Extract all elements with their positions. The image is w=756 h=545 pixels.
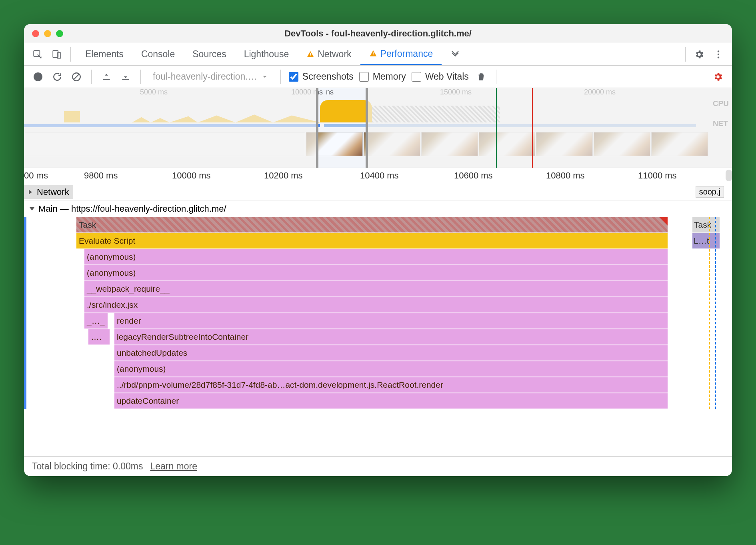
flame-prefix[interactable]: ….: [88, 329, 110, 345]
main-label: Main — https://foul-heavenly-direction.g…: [38, 204, 226, 214]
long-task-icon: [660, 217, 668, 225]
save-profile-icon[interactable]: [119, 69, 132, 85]
capture-settings-icon[interactable]: [711, 69, 725, 85]
titlebar: DevTools - foul-heavenly-direction.glitc…: [24, 24, 732, 43]
flame-fn[interactable]: ../rbd/pnpm-volume/28d7f85f-31d7-4fd8-ab…: [114, 377, 668, 393]
ruler-tick: 11000 ms: [638, 170, 677, 181]
dashed-marker: [709, 217, 710, 409]
flame-evaluate[interactable]: Evaluate Script: [76, 233, 668, 249]
tabs-overflow-icon[interactable]: [442, 43, 469, 65]
network-label: Network: [37, 187, 69, 197]
tab-sources[interactable]: Sources: [184, 43, 235, 65]
memory-input[interactable]: [359, 72, 369, 82]
settings-icon[interactable]: [691, 46, 707, 62]
ruler-tick: 10400 ms: [360, 170, 399, 181]
overview-selection[interactable]: [316, 88, 368, 168]
inspect-icon[interactable]: [30, 46, 46, 62]
flame-fn[interactable]: (anonymous): [114, 361, 668, 377]
marker-green: [496, 88, 497, 168]
load-profile-icon[interactable]: [100, 69, 113, 85]
panel-tabs: Elements Console Sources Lighthouse Netw…: [24, 43, 732, 66]
ruler-tick: 10000 ms: [172, 170, 211, 181]
tbt-text: Total blocking time: 0.00ms: [32, 461, 143, 472]
flame-fn[interactable]: legacyRenderSubtreeIntoContainer: [114, 329, 668, 345]
screenshots-checkbox[interactable]: Screenshots: [289, 71, 354, 82]
record-button[interactable]: [31, 69, 45, 85]
flame-fn[interactable]: unbatchedUpdates: [114, 345, 668, 361]
window-controls: [32, 30, 63, 37]
warning-icon: [306, 50, 314, 58]
webvitals-checkbox[interactable]: Web Vitals: [412, 71, 469, 82]
flame-chart[interactable]: Task Task Evaluate Script L…t (anonymous…: [24, 217, 732, 409]
devtools-window: DevTools - foul-heavenly-direction.glitc…: [24, 24, 732, 476]
perf-toolbar: foul-heavenly-direction.… Screenshots Me…: [24, 66, 732, 88]
kebab-menu-icon[interactable]: [710, 46, 726, 62]
flame-fn[interactable]: updateContainer: [114, 393, 668, 409]
network-track[interactable]: Network soop.j: [24, 183, 732, 201]
flame-task[interactable]: Task: [76, 217, 668, 233]
separator: [496, 70, 496, 84]
flame-fn[interactable]: (anonymous): [84, 249, 668, 265]
timeline-overview[interactable]: 5000 ms 10000 ms ns 15000 ms 20000 ms CP…: [24, 88, 732, 168]
ruler-tick: 10800 ms: [546, 170, 585, 181]
svg-rect-3: [310, 53, 311, 55]
zoom-button[interactable]: [56, 30, 63, 37]
scrollbar[interactable]: [726, 170, 732, 181]
separator: [280, 70, 281, 84]
tab-lighthouse[interactable]: Lighthouse: [235, 43, 298, 65]
network-item[interactable]: soop.j: [696, 186, 724, 198]
separator: [685, 47, 686, 62]
flame-fn[interactable]: ./src/index.jsx: [84, 297, 668, 313]
dashed-marker: [715, 217, 716, 409]
chevron-down-icon: [261, 73, 268, 80]
learn-more-link[interactable]: Learn more: [150, 461, 197, 472]
svg-point-8: [718, 53, 719, 55]
minimize-button[interactable]: [44, 30, 51, 37]
flame-prefix[interactable]: _…_: [84, 313, 108, 329]
clear-button[interactable]: [70, 69, 83, 85]
svg-rect-6: [373, 55, 374, 56]
tab-console[interactable]: Console: [132, 43, 184, 65]
svg-point-9: [718, 56, 719, 58]
blue-marker: [24, 217, 26, 409]
memory-checkbox[interactable]: Memory: [359, 71, 406, 82]
tab-elements[interactable]: Elements: [76, 43, 132, 65]
main-track-header[interactable]: Main — https://foul-heavenly-direction.g…: [24, 201, 732, 217]
profile-dropdown[interactable]: foul-heavenly-direction.…: [149, 70, 272, 84]
marker-red: [532, 88, 533, 168]
separator: [91, 70, 92, 84]
warning-icon: [369, 50, 377, 58]
flame-fn[interactable]: __webpack_require__: [84, 281, 668, 297]
flame-fn[interactable]: (anonymous): [84, 265, 668, 281]
separator: [70, 47, 71, 62]
ruler-tick: 10600 ms: [454, 170, 493, 181]
window-title: DevTools - foul-heavenly-direction.glitc…: [24, 28, 732, 39]
expand-icon[interactable]: [30, 207, 34, 210]
flamechart-area[interactable]: Network soop.j Main — https://foul-heave…: [24, 183, 732, 456]
svg-rect-4: [310, 55, 311, 56]
ruler-tick: 10200 ms: [264, 170, 303, 181]
close-button[interactable]: [32, 30, 39, 37]
ruler-tick: 00 ms: [24, 170, 48, 181]
expand-icon[interactable]: [29, 190, 32, 194]
svg-rect-5: [373, 52, 374, 54]
screenshots-input[interactable]: [289, 72, 298, 82]
device-toggle-icon[interactable]: [49, 46, 65, 62]
svg-point-7: [718, 50, 719, 52]
status-footer: Total blocking time: 0.00ms Learn more: [24, 456, 732, 476]
flame-fn[interactable]: render: [114, 313, 668, 329]
separator: [140, 70, 141, 84]
time-ruler[interactable]: 00 ms 9800 ms 10000 ms 10200 ms 10400 ms…: [24, 168, 732, 183]
tab-performance[interactable]: Performance: [360, 43, 442, 65]
ruler-tick: 9800 ms: [84, 170, 118, 181]
tab-network[interactable]: Network: [298, 43, 360, 65]
gc-button[interactable]: [474, 69, 488, 85]
reload-record-button[interactable]: [50, 69, 64, 85]
webvitals-input[interactable]: [412, 72, 421, 82]
